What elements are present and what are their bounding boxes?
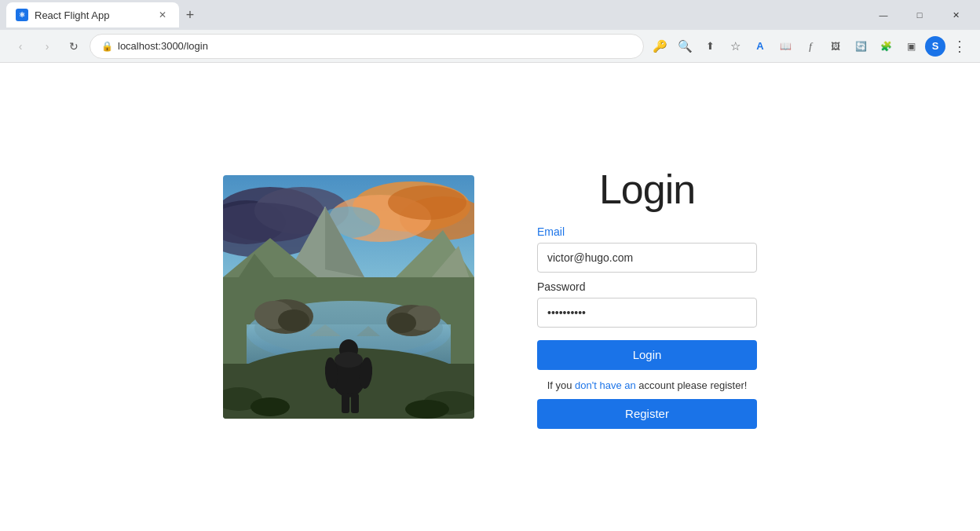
update-icon-button[interactable]: 🔄 — [850, 35, 872, 57]
new-tab-button[interactable]: + — [179, 4, 201, 26]
minimize-button[interactable]: — — [865, 0, 901, 30]
layout-icon-button[interactable]: ▣ — [900, 35, 922, 57]
email-input[interactable] — [537, 243, 757, 273]
toolbar: ‹ › ↻ 🔒 localhost:3000/login 🔑 🔍 ⬆ ☆ A 📖… — [0, 30, 980, 63]
extensions-icon-button[interactable]: 🧩 — [875, 35, 897, 57]
browser-tab[interactable]: ⚛ React Flight App ✕ — [6, 2, 179, 27]
tab-title: React Flight App — [35, 9, 149, 21]
tab-favicon: ⚛ — [16, 9, 28, 21]
zoom-icon-button[interactable]: 🔍 — [674, 35, 696, 57]
share-icon-button[interactable]: ⬆ — [699, 35, 721, 57]
register-text-part2: don't have an — [572, 379, 635, 391]
tab-close-button[interactable]: ✕ — [155, 8, 170, 22]
profile-button[interactable]: S — [925, 36, 945, 57]
svg-point-25 — [278, 309, 309, 331]
svg-point-41 — [405, 400, 449, 419]
svg-point-28 — [388, 313, 416, 333]
login-button[interactable]: Login — [537, 340, 757, 370]
lock-icon: 🔒 — [101, 41, 113, 52]
reading-icon-button[interactable]: 📖 — [774, 35, 796, 57]
svg-rect-36 — [342, 394, 349, 413]
login-title: Login — [599, 166, 695, 213]
f-icon-button[interactable]: f — [799, 35, 821, 57]
login-form: Login Email Password Login If you don't … — [537, 166, 757, 429]
close-button[interactable]: ✕ — [938, 0, 974, 30]
translate-icon-button[interactable]: A — [749, 35, 771, 57]
menu-button[interactable]: ⋮ — [949, 35, 971, 57]
key-icon-button[interactable]: 🔑 — [649, 35, 671, 57]
login-image — [223, 175, 474, 419]
register-prompt: If you don't have an account please regi… — [547, 379, 748, 391]
url-text: localhost:3000/login — [118, 40, 632, 52]
image-icon-button[interactable]: 🖼 — [825, 35, 847, 57]
title-bar: ⚛ React Flight App ✕ + — □ ✕ — [0, 0, 980, 30]
reload-button[interactable]: ↻ — [63, 35, 85, 57]
email-label: Email — [537, 225, 565, 238]
favorites-icon-button[interactable]: ☆ — [724, 35, 746, 57]
svg-point-33 — [335, 352, 363, 368]
landscape-image-svg — [223, 175, 474, 419]
register-text-part1: If you — [547, 379, 572, 391]
toolbar-icons: 🔑 🔍 ⬆ ☆ A 📖 f 🖼 🔄 🧩 ▣ S ⋮ — [649, 35, 971, 57]
register-text-part3: account please register! — [636, 379, 748, 391]
page-content: Login Email Password Login If you don't … — [0, 63, 980, 531]
password-input[interactable] — [537, 298, 757, 328]
forward-button[interactable]: › — [36, 35, 58, 57]
back-button[interactable]: ‹ — [9, 35, 31, 57]
window-controls: — □ ✕ — [865, 0, 974, 30]
maximize-button[interactable]: □ — [901, 0, 938, 30]
register-button[interactable]: Register — [537, 399, 757, 429]
svg-point-40 — [250, 397, 290, 416]
svg-rect-37 — [351, 394, 359, 413]
password-label: Password — [537, 280, 585, 293]
browser-chrome: ⚛ React Flight App ✕ + — □ ✕ ‹ › ↻ 🔒 loc… — [0, 0, 980, 531]
svg-point-8 — [388, 185, 466, 220]
address-bar[interactable]: 🔒 localhost:3000/login — [90, 34, 644, 59]
